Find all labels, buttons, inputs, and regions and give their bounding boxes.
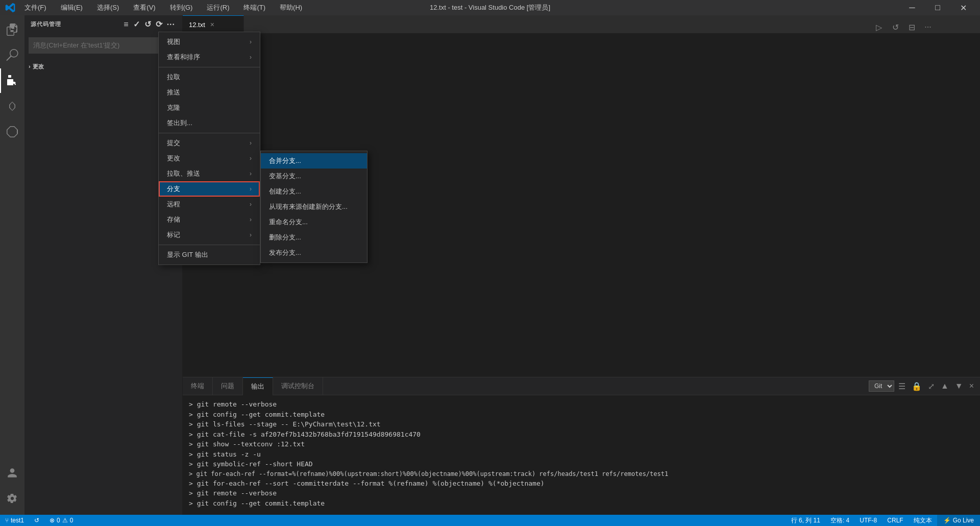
submenu-item-create-branch-from[interactable]: 从现有来源创建新的分支... (261, 199, 367, 214)
menu-item-changes[interactable]: 更改 › (159, 151, 260, 166)
sidebar-action-undo[interactable]: ↺ (143, 18, 153, 30)
menu-bar[interactable]: 文件(F) 编辑(E) 选择(S) 查看(V) 转到(G) 运行(R) 终端(T… (21, 2, 305, 13)
terminal-tab-output[interactable]: 输出 (243, 377, 273, 395)
status-spaces[interactable]: 空格: 4 (825, 515, 854, 526)
title-bar: 文件(F) 编辑(E) 选择(S) 查看(V) 转到(G) 运行(R) 终端(T… (0, 0, 980, 15)
status-line-ending[interactable]: CRLF (882, 515, 908, 526)
open-changes-button[interactable]: ↺ (888, 20, 902, 34)
sidebar-action-refresh[interactable]: ⟳ (155, 18, 164, 30)
submenu-item-rebase-branch[interactable]: 变基分支... (261, 169, 367, 184)
terminal-tab-debug[interactable]: 调试控制台 (273, 377, 323, 395)
go-live-button[interactable]: ⚡ Go Live (937, 515, 980, 526)
menu-item-pull-push[interactable]: 拉取、推送 › (159, 166, 260, 181)
terminal-lock-icon[interactable]: 🔒 (910, 379, 924, 393)
terminal-list-icon[interactable]: ☰ (896, 379, 908, 393)
close-button[interactable]: ✕ (951, 0, 975, 15)
menu-item-show-git-output[interactable]: 显示 GIT 输出 (159, 247, 260, 262)
status-row-col[interactable]: 行 6, 列 11 (786, 515, 825, 526)
activity-account[interactable] (0, 461, 24, 485)
maximize-button[interactable]: □ (926, 0, 949, 15)
submenu-item-publish-branch[interactable]: 发布分支... (261, 245, 367, 260)
status-sync[interactable]: ↺ (29, 515, 44, 526)
submenu-item-delete-branch[interactable]: 删除分支... (261, 230, 367, 245)
submenu-arrow-icon: › (250, 185, 252, 193)
terminal-tabs: 终端 问题 输出 调试控制台 Git ☰ 🔒 ⤢ (183, 377, 980, 395)
status-bar-right: 行 6, 列 11 空格: 4 UTF-8 CRLF 纯文本 ⚡ Go Live (786, 515, 980, 526)
line-ending-text: CRLF (887, 517, 903, 524)
menu-item-clone[interactable]: 克隆 (159, 100, 260, 115)
status-errors[interactable]: ⊗ 0 ⚠ 0 (44, 515, 78, 526)
menu-run[interactable]: 运行(R) (204, 2, 232, 13)
terminal-tab-terminal[interactable]: 终端 (183, 377, 213, 395)
status-branch[interactable]: ⑂ test1 (0, 515, 29, 526)
menu-edit[interactable]: 编辑(E) (58, 2, 86, 13)
terminal-panel: 终端 问题 输出 调试控制台 Git ☰ 🔒 ⤢ (183, 377, 980, 515)
activity-bar (0, 15, 24, 515)
changes-header[interactable]: › 更改 ↺ + (29, 59, 178, 74)
menu-item-label: 拉取、推送 (167, 169, 200, 178)
activity-run[interactable] (0, 94, 24, 118)
menu-goto[interactable]: 转到(G) (167, 2, 196, 13)
menu-item-label: 查看和排序 (167, 53, 200, 62)
more-actions-button[interactable]: ··· (921, 20, 935, 34)
error-icon: ⊗ (50, 517, 55, 524)
activity-source-control[interactable] (0, 68, 24, 93)
submenu-arrow-icon: › (250, 201, 252, 208)
submenu-item-create-branch[interactable]: 创建分支... (261, 184, 367, 199)
menu-item-checkout[interactable]: 签出到... (159, 115, 260, 131)
menu-item-pull[interactable]: 拉取 (159, 69, 260, 85)
title-bar-controls: ─ □ ✕ (900, 0, 975, 15)
menu-item-push[interactable]: 推送 (159, 85, 260, 100)
sub-context-menu: 合并分支... 变基分支... 创建分支... 从现有来源创建新的分支... 重… (260, 151, 368, 263)
sidebar-action-check[interactable]: ✓ (132, 18, 141, 30)
menu-item-remote[interactable]: 远程 › (159, 197, 260, 212)
menu-item-label: 分支 (167, 184, 180, 194)
status-encoding[interactable]: UTF-8 (854, 515, 882, 526)
submenu-item-label: 创建分支... (269, 187, 301, 196)
activity-explorer[interactable] (0, 17, 24, 42)
menu-item-view[interactable]: 视图 › (159, 34, 260, 50)
row-col-text: 行 6, 列 11 (791, 516, 820, 525)
menu-item-label: 克隆 (167, 103, 180, 112)
terminal-line-1: > git config --get commit.template (189, 410, 974, 420)
context-menu: 视图 › 查看和排序 › 拉取 推送 克隆 签出到... 提交 › 更改 › (158, 32, 260, 265)
minimize-button[interactable]: ─ (900, 0, 924, 15)
activity-settings[interactable] (0, 486, 24, 511)
git-source-select[interactable]: Git (869, 380, 894, 392)
terminal-expand-icon[interactable]: ⤢ (926, 379, 937, 393)
menu-item-label: 显示 GIT 输出 (167, 250, 208, 259)
terminal-minimize-icon[interactable]: ▼ (953, 379, 965, 393)
tab-12txt[interactable]: 12.txt × (183, 15, 244, 33)
terminal-tab-problems[interactable]: 问题 (213, 377, 243, 395)
menu-item-branch[interactable]: 分支 › (159, 181, 260, 197)
activity-search[interactable] (0, 43, 24, 67)
menu-file[interactable]: 文件(F) (21, 2, 50, 13)
menu-select[interactable]: 选择(S) (94, 2, 122, 13)
sidebar-action-menu[interactable]: ≡ (122, 18, 130, 30)
menu-item-tags[interactable]: 标记 › (159, 227, 260, 243)
submenu-item-merge-branch[interactable]: 合并分支... (261, 153, 367, 169)
sidebar-action-more[interactable]: ··· (166, 18, 176, 30)
tab-close-button[interactable]: × (209, 19, 215, 30)
submenu-arrow-icon: › (250, 170, 252, 177)
submenu-item-label: 删除分支... (269, 233, 301, 242)
terminal-line-8: > git for-each-ref --sort -committerdate… (189, 479, 974, 489)
menu-view[interactable]: 查看(V) (130, 2, 158, 13)
terminal-close-icon[interactable]: × (967, 379, 976, 393)
menu-help[interactable]: 帮助(H) (277, 2, 305, 13)
tab-bar: 12.txt × (183, 15, 980, 33)
status-file-type[interactable]: 纯文本 (909, 515, 937, 526)
menu-item-stash[interactable]: 存储 › (159, 212, 260, 227)
menu-separator-3 (159, 245, 260, 245)
menu-item-commit[interactable]: 提交 › (159, 135, 260, 151)
submenu-item-rename-branch[interactable]: 重命名分支... (261, 214, 367, 230)
menu-item-label: 远程 (167, 200, 180, 209)
run-file-button[interactable]: ▷ (872, 20, 886, 34)
activity-extensions[interactable] (0, 119, 24, 144)
terminal-maximize-icon[interactable]: ▲ (939, 379, 951, 393)
menu-item-view-sort[interactable]: 查看和排序 › (159, 50, 260, 65)
split-editor-button[interactable]: ⊟ (904, 20, 919, 34)
menu-terminal[interactable]: 终端(T) (240, 2, 268, 13)
commit-message-input[interactable] (29, 37, 178, 54)
submenu-item-label: 变基分支... (269, 172, 301, 181)
